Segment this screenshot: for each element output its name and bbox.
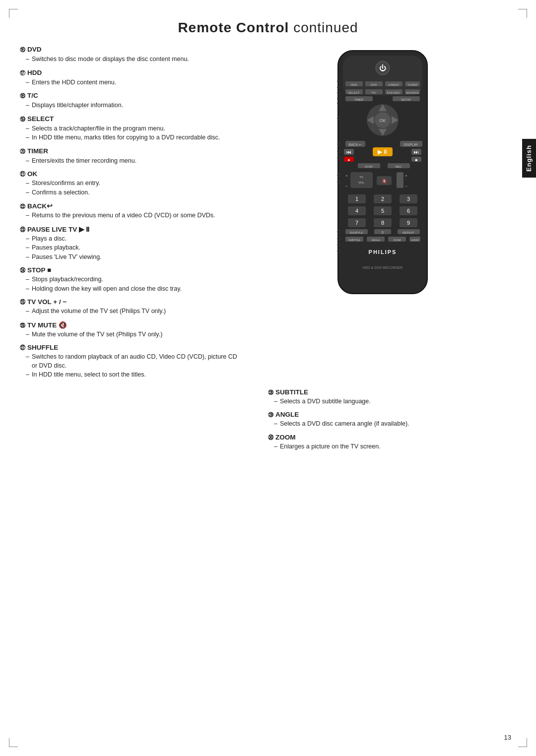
svg-text:PHILIPS: PHILIPS [369, 249, 397, 255]
svg-text:SOURCE: SOURCE [406, 91, 419, 94]
item-17: ⑰HDDEnters the HDD content menu. [20, 69, 239, 87]
svg-text:6: 6 [407, 208, 410, 214]
item-num-23: ㉓ [20, 227, 25, 233]
svg-text:USB/DV: USB/DV [388, 83, 399, 86]
item-num-17: ⑰ [20, 69, 25, 77]
item-title-text-17: HDD [27, 69, 42, 76]
svg-text:+: + [405, 174, 407, 178]
item-title-22: ㉒BACK↩ [20, 202, 239, 210]
svg-text:⏮: ⏮ [346, 149, 351, 155]
svg-text:2: 2 [381, 196, 384, 202]
bullet-item: Plays a disc. [26, 235, 239, 244]
svg-text:BACK ↩: BACK ↩ [348, 143, 362, 146]
page-title: Remote Control continued [0, 0, 536, 46]
bullet-item: Displays title/chapter information. [26, 101, 239, 110]
svg-text:TIMER: TIMER [354, 98, 364, 101]
item-title-17: ⑰HDD [20, 69, 239, 77]
svg-text:㉕: ㉕ [337, 174, 341, 178]
item-num-24: ㉔ [20, 267, 25, 273]
svg-text:–: – [345, 184, 348, 188]
item-bullets-27: Switches to random playback of an audio … [20, 353, 239, 379]
item-title-text-28: SUBTITLE [275, 388, 308, 396]
bullet-item: Enters/exits the timer recording menu. [26, 157, 239, 166]
corner-mark-br [518, 738, 527, 747]
item-title-25: ㉕TV VOL + / − [20, 298, 239, 306]
item-title-20: ⑳TIMER [20, 147, 239, 155]
svg-rect-60 [350, 172, 373, 188]
item-title-21: ㉑OK [20, 170, 239, 178]
item-title-29: ㉙ANGLE [268, 411, 506, 418]
svg-text:DVD.REC: DVD.REC [387, 91, 401, 94]
item-title-text-29: ANGLE [275, 411, 299, 418]
svg-text:HDD: HDD [350, 83, 357, 86]
svg-text:+: + [345, 174, 348, 178]
svg-text:㉑: ㉑ [337, 117, 341, 121]
svg-text:VOL: VOL [358, 181, 365, 184]
item-num-22: ㉒ [20, 203, 25, 209]
svg-text:7: 7 [355, 220, 358, 226]
item-22: ㉒BACK↩Returns to the previous menu of a … [20, 202, 239, 220]
svg-text:㉖: ㉖ [337, 180, 341, 185]
bullet-item: Switches to random playback of an audio … [26, 353, 239, 370]
svg-text:–: – [405, 184, 407, 188]
item-num-28: ㉘ [268, 389, 273, 395]
item-bullets-28: Selects a DVD subtitle language. [268, 397, 506, 406]
svg-text:⑳: ⑳ [337, 101, 341, 106]
svg-text:3: 3 [407, 196, 410, 202]
svg-text:ANGLE: ANGLE [371, 239, 380, 242]
svg-text:SUBTITLE: SUBTITLE [348, 239, 361, 242]
item-title-text-19: SELECT [27, 115, 54, 123]
item-title-text-23: PAUSE LIVE TV ▶⏸ [27, 225, 91, 233]
svg-text:⑱: ⑱ [337, 91, 341, 95]
item-num-19: ⑲ [20, 116, 25, 123]
item-title-text-20: TIMER [27, 147, 48, 155]
item-title-28: ㉘SUBTITLE [268, 388, 506, 396]
svg-text:㉒: ㉒ [337, 142, 341, 147]
item-23: ㉓PAUSE LIVE TV ▶⏸Plays a disc.Pauses pla… [20, 225, 239, 262]
item-bullets-20: Enters/exits the timer recording menu. [20, 157, 239, 166]
right-column: ⏻ HDD DVD USB/DV TUNER ⑯ ⑰ SELECT T/C DV… [249, 46, 516, 384]
svg-text:8: 8 [381, 220, 384, 226]
item-bullets-17: Enters the HDD content menu. [20, 78, 239, 87]
item-num-16: ⑯ [20, 46, 25, 54]
item-num-30: ㉚ [268, 435, 273, 441]
item-num-20: ⑳ [20, 148, 25, 155]
svg-text:ZOOM: ZOOM [393, 239, 401, 242]
bullet-item: Stops playback/recording. [26, 275, 239, 284]
bullet-item: Switches to disc mode or displays the di… [26, 55, 239, 64]
bullet-item: Stores/confirms an entry. [26, 179, 239, 188]
item-28: ㉘SUBTITLESelects a DVD subtitle language… [268, 388, 506, 406]
item-bullets-16: Switches to disc mode or displays the di… [20, 55, 239, 64]
item-title-text-25: TV VOL + / − [27, 298, 67, 306]
svg-text:SELECT: SELECT [348, 91, 360, 94]
svg-text:AUDIO: AUDIO [411, 239, 419, 242]
item-19: ⑲SELECTSelects a track/chapter/file in t… [20, 115, 239, 142]
item-num-29: ㉙ [268, 412, 273, 418]
bullet-item: In HDD title menu, select to sort the ti… [26, 371, 239, 379]
svg-text:●: ● [348, 158, 350, 162]
svg-text:5: 5 [381, 208, 384, 214]
svg-text:REC: REC [396, 165, 402, 168]
svg-text:▶⏸: ▶⏸ [377, 148, 388, 155]
corner-mark-tr [518, 9, 527, 18]
svg-text:HDD & DVD RECORDER: HDD & DVD RECORDER [363, 266, 403, 269]
svg-text:STOP: STOP [365, 165, 373, 168]
svg-text:TV: TV [359, 176, 363, 179]
svg-text:T/C: T/C [371, 91, 376, 94]
item-title-text-26: TV MUTE 🔇 [27, 321, 67, 329]
item-title-text-18: T/C [27, 92, 38, 99]
item-bullets-21: Stores/confirms an entry.Confirms a sele… [20, 179, 239, 197]
bullet-item: Enlarges a picture on the TV screen. [274, 442, 506, 451]
item-bullets-25: Adjust the volume of the TV set (Philips… [20, 307, 239, 316]
svg-text:9: 9 [407, 220, 410, 226]
svg-text:DVD: DVD [371, 83, 377, 86]
svg-text:⑯: ⑯ [337, 79, 341, 84]
remote-control-image: ⏻ HDD DVD USB/DV TUNER ⑯ ⑰ SELECT T/C DV… [323, 46, 442, 304]
item-27: ㉗SHUFFLESwitches to random playback of a… [20, 344, 239, 379]
bullet-item: Confirms a selection. [26, 189, 239, 197]
svg-text:■: ■ [415, 158, 418, 162]
left-column: ⑯DVDSwitches to disc mode or displays th… [20, 46, 249, 384]
item-bullets-26: Mute the volume of the TV set (Philips T… [20, 330, 239, 339]
svg-text:㉙: ㉙ [337, 243, 341, 248]
svg-text:REPEAT: REPEAT [402, 231, 414, 234]
